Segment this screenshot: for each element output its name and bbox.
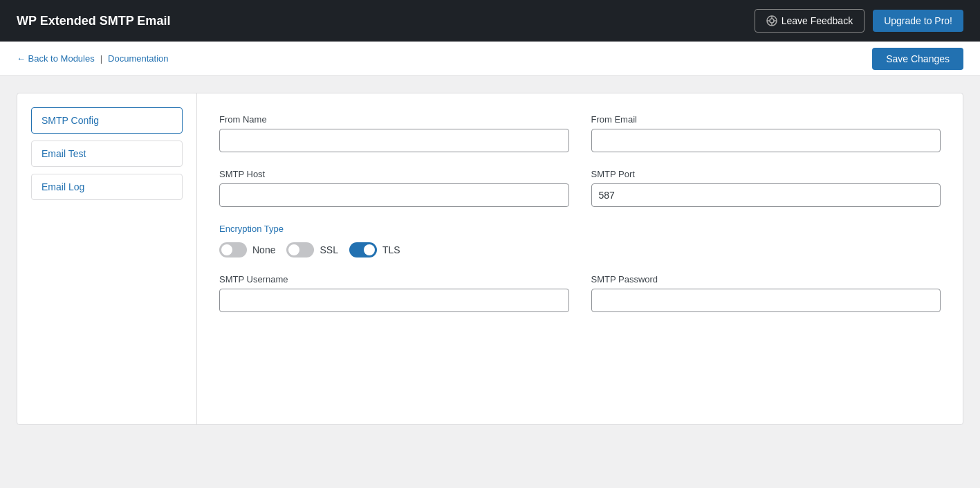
smtp-username-group: SMTP Username	[219, 274, 569, 312]
smtp-port-group: SMTP Port	[591, 169, 941, 207]
smtp-password-label: SMTP Password	[591, 274, 941, 284]
nav-separator: |	[100, 53, 102, 64]
encryption-section: Encryption Type None S	[219, 224, 941, 257]
smtp-port-input[interactable]	[591, 183, 941, 207]
encryption-none-group: None	[219, 242, 275, 257]
encryption-options: None SSL TLS	[219, 242, 941, 257]
settings-card: SMTP Config Email Test Email Log From Na…	[17, 93, 963, 425]
subheader: ← Back to Modules | Documentation Save C…	[0, 42, 980, 76]
main-content: SMTP Config Email Test Email Log From Na…	[0, 76, 980, 442]
encryption-ssl-slider	[286, 242, 314, 257]
encryption-ssl-label: SSL	[320, 244, 338, 255]
encryption-label: Encryption Type	[219, 224, 941, 234]
encryption-ssl-toggle[interactable]	[286, 242, 314, 257]
smtp-username-label: SMTP Username	[219, 274, 569, 284]
save-changes-button[interactable]: Save Changes	[872, 48, 963, 70]
sidebar-item-email-test[interactable]: Email Test	[31, 141, 183, 167]
form-row-from: From Name From Email	[219, 114, 941, 152]
sidebar-item-email-log[interactable]: Email Log	[31, 174, 183, 200]
from-email-label: From Email	[591, 114, 941, 125]
feedback-label: Leave Feedback	[782, 15, 853, 26]
from-name-group: From Name	[219, 114, 569, 152]
from-email-group: From Email	[591, 114, 941, 152]
upgrade-button[interactable]: Upgrade to Pro!	[873, 10, 963, 32]
smtp-password-input[interactable]	[591, 289, 941, 312]
feedback-icon	[766, 15, 777, 26]
smtp-password-group: SMTP Password	[591, 274, 941, 312]
smtp-config-panel: From Name From Email SMTP Host SMTP Port	[197, 93, 963, 424]
settings-sidebar: SMTP Config Email Test Email Log	[17, 93, 197, 424]
encryption-tls-label: TLS	[382, 244, 400, 255]
encryption-ssl-group: SSL	[286, 242, 338, 257]
form-row-host-port: SMTP Host SMTP Port	[219, 169, 941, 207]
documentation-link[interactable]: Documentation	[108, 53, 168, 64]
smtp-username-input[interactable]	[219, 289, 569, 312]
feedback-button[interactable]: Leave Feedback	[755, 9, 865, 33]
from-name-label: From Name	[219, 114, 569, 125]
smtp-host-group: SMTP Host	[219, 169, 569, 207]
encryption-tls-slider	[349, 242, 377, 257]
header: WP Extended SMTP Email Leave Feedback Up…	[0, 0, 980, 42]
smtp-port-label: SMTP Port	[591, 169, 941, 179]
encryption-tls-toggle[interactable]	[349, 242, 377, 257]
sidebar-item-smtp-config[interactable]: SMTP Config	[31, 107, 183, 134]
svg-point-1	[770, 19, 774, 23]
from-name-input[interactable]	[219, 129, 569, 152]
app-title: WP Extended SMTP Email	[17, 14, 170, 28]
form-row-credentials: SMTP Username SMTP Password	[219, 274, 941, 312]
encryption-none-slider	[219, 242, 247, 257]
encryption-none-label: None	[252, 244, 275, 255]
encryption-tls-group: TLS	[349, 242, 400, 257]
header-actions: Leave Feedback Upgrade to Pro!	[755, 9, 963, 33]
back-to-modules-link[interactable]: ← Back to Modules	[17, 53, 95, 64]
smtp-host-label: SMTP Host	[219, 169, 569, 179]
encryption-none-toggle[interactable]	[219, 242, 247, 257]
from-email-input[interactable]	[591, 129, 941, 152]
breadcrumb: ← Back to Modules | Documentation	[17, 53, 169, 64]
smtp-host-input[interactable]	[219, 183, 569, 207]
